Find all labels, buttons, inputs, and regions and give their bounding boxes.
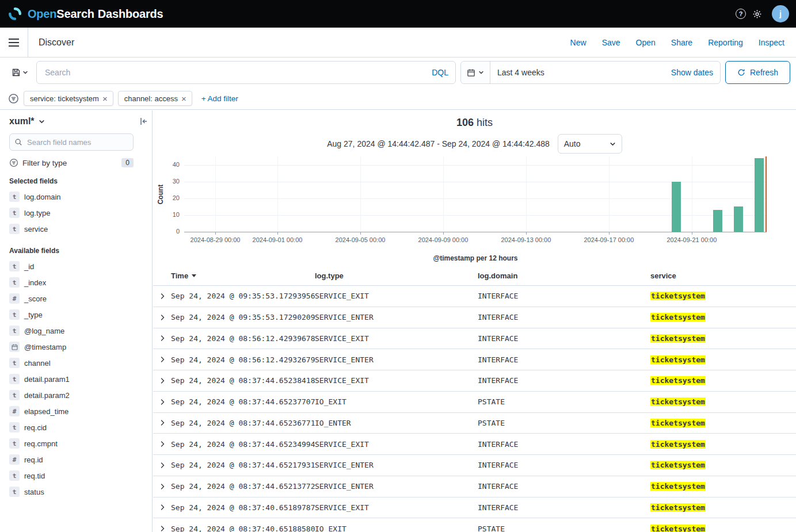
cell-service: ticketsystem bbox=[650, 482, 796, 491]
field-item-elapsed-time[interactable]: #elapsed_time bbox=[9, 403, 148, 419]
cell-time: Sep 24, 2024 @ 08:37:40.651897871 bbox=[171, 503, 315, 512]
cell-log-type: SERVICE_EXIT bbox=[315, 334, 478, 343]
expand-row-icon[interactable] bbox=[153, 419, 171, 426]
cell-time: Sep 24, 2024 @ 09:35:53.172902095 bbox=[171, 313, 315, 322]
field-item-timestamp[interactable]: @timestamp bbox=[9, 339, 148, 355]
field-type-number-icon: # bbox=[9, 406, 20, 416]
expand-row-icon[interactable] bbox=[153, 293, 171, 300]
y-axis-tick-label: 0 bbox=[159, 228, 180, 235]
field-item-req-id[interactable]: #req.id bbox=[9, 451, 148, 468]
menu-button[interactable] bbox=[0, 28, 28, 57]
y-axis-tick-label: 10 bbox=[159, 211, 180, 218]
field-item-log-name[interactable]: t@log_name bbox=[9, 323, 148, 339]
field-item-service[interactable]: tservice bbox=[9, 221, 148, 237]
saved-query-button[interactable] bbox=[8, 61, 32, 84]
field-item-req-tid[interactable]: treq.tid bbox=[9, 468, 148, 484]
fields-sidebar: xuml* Filter by type 0 bbox=[0, 110, 153, 532]
nav-action-new[interactable]: New bbox=[570, 38, 586, 47]
histogram-bar[interactable] bbox=[734, 206, 743, 232]
column-header-label: service bbox=[650, 271, 676, 280]
expand-row-icon[interactable] bbox=[153, 483, 171, 490]
filter-pill-label: channel: access bbox=[124, 94, 178, 103]
settings-icon[interactable] bbox=[752, 9, 762, 19]
field-item-log-type[interactable]: tlog.type bbox=[9, 205, 148, 221]
table-row: Sep 24, 2024 @ 08:56:12.429326790SERVICE… bbox=[153, 349, 796, 370]
search-input[interactable] bbox=[44, 67, 426, 78]
add-filter-button[interactable]: + Add filter bbox=[201, 94, 238, 103]
quick-select-button[interactable] bbox=[461, 62, 490, 83]
field-item-detail-param1[interactable]: tdetail.param1 bbox=[9, 371, 148, 387]
expand-row-icon[interactable] bbox=[153, 441, 171, 447]
field-item-channel[interactable]: tchannel bbox=[9, 355, 148, 371]
expand-row-icon[interactable] bbox=[153, 399, 171, 405]
expand-row-icon[interactable] bbox=[153, 462, 171, 469]
field-item-req-cid[interactable]: treq.cid bbox=[9, 419, 148, 435]
table-row: Sep 24, 2024 @ 09:35:53.172902095SERVICE… bbox=[153, 307, 796, 328]
filter-pill-service-ticketsystem[interactable]: service: ticketsystem× bbox=[24, 91, 113, 106]
cell-log-domain: INTERFACE bbox=[478, 376, 650, 385]
time-range-value[interactable]: Last 4 weeks bbox=[490, 68, 544, 77]
refresh-button[interactable]: Refresh bbox=[725, 61, 790, 84]
remove-filter-icon[interactable]: × bbox=[99, 94, 111, 103]
filter-options-icon[interactable] bbox=[8, 93, 19, 104]
nav-action-inspect[interactable]: Inspect bbox=[759, 38, 784, 47]
expand-row-icon[interactable] bbox=[153, 504, 171, 511]
column-header-log-type[interactable]: log.type bbox=[315, 271, 478, 280]
collapse-sidebar-icon[interactable] bbox=[139, 117, 148, 126]
query-language-button[interactable]: DQL bbox=[426, 68, 448, 77]
field-item-detail-param2[interactable]: tdetail.param2 bbox=[9, 387, 148, 403]
histogram-bar[interactable] bbox=[672, 182, 681, 232]
field-item-score[interactable]: #_score bbox=[9, 290, 148, 307]
user-avatar[interactable]: j bbox=[772, 5, 789, 22]
hamburger-icon bbox=[8, 38, 20, 47]
field-name: @log_name bbox=[24, 327, 64, 335]
field-item-id[interactable]: t_id bbox=[9, 258, 148, 274]
cell-log-type: SERVICE_EXIT bbox=[315, 292, 478, 300]
expand-row-icon[interactable] bbox=[153, 377, 171, 384]
filter-pill-channel-access[interactable]: channel: access× bbox=[118, 91, 192, 106]
field-type-number-icon: # bbox=[9, 293, 20, 304]
chevron-down-icon[interactable] bbox=[39, 118, 45, 125]
field-item-req-cmpnt[interactable]: treq.cmpnt bbox=[9, 435, 148, 451]
column-header-log-domain[interactable]: log.domain bbox=[478, 271, 650, 280]
histogram-bar[interactable] bbox=[755, 158, 764, 232]
field-name: elapsed_time bbox=[24, 407, 68, 416]
nav-action-reporting[interactable]: Reporting bbox=[708, 38, 743, 47]
cell-log-type: SERVICE_EXIT bbox=[315, 503, 478, 512]
cell-log-domain: INTERFACE bbox=[478, 440, 650, 449]
field-type-string-icon: t bbox=[9, 192, 20, 202]
field-item-log-domain[interactable]: tlog.domain bbox=[9, 189, 148, 205]
cell-log-type: SERVICE_ENTER bbox=[315, 313, 478, 322]
table-row: Sep 24, 2024 @ 09:35:53.172939560SERVICE… bbox=[153, 286, 796, 307]
opensearch-home-link[interactable]: OpenSearchDashboards bbox=[7, 6, 163, 22]
filter-by-type-button[interactable]: Filter by type 0 bbox=[9, 158, 134, 167]
available-fields-heading: Available fields bbox=[9, 247, 148, 255]
histogram-chart: Count 0102030402024-08-29 00:002024-09-0… bbox=[153, 152, 796, 266]
hits-summary: 106 hits bbox=[153, 117, 796, 129]
nav-action-open[interactable]: Open bbox=[636, 38, 656, 47]
field-item-index[interactable]: t_index bbox=[9, 274, 148, 290]
show-dates-link[interactable]: Show dates bbox=[671, 68, 720, 77]
interval-select[interactable]: Auto bbox=[558, 134, 622, 154]
index-pattern-select[interactable]: xuml* bbox=[9, 116, 35, 127]
column-header-time[interactable]: Time bbox=[171, 271, 315, 280]
histogram-bar[interactable] bbox=[713, 210, 722, 232]
help-icon[interactable]: ? bbox=[736, 9, 746, 19]
nav-action-save[interactable]: Save bbox=[602, 38, 620, 47]
opensearch-logo-icon bbox=[7, 6, 23, 22]
column-header-service[interactable]: service bbox=[650, 271, 796, 280]
field-type-string-icon: t bbox=[9, 277, 20, 288]
expand-row-icon[interactable] bbox=[153, 525, 171, 532]
expand-row-icon[interactable] bbox=[153, 335, 171, 342]
field-type-string-icon: t bbox=[9, 208, 20, 218]
remove-filter-icon[interactable]: × bbox=[178, 94, 190, 103]
cell-log-type: IO_ENTER bbox=[315, 419, 478, 427]
expand-row-icon[interactable] bbox=[153, 314, 171, 321]
y-axis-tick-label: 20 bbox=[159, 194, 180, 201]
expand-row-icon[interactable] bbox=[153, 356, 171, 363]
field-search-input[interactable] bbox=[26, 137, 130, 147]
field-name: channel bbox=[24, 359, 51, 368]
field-item-status[interactable]: tstatus bbox=[9, 484, 148, 500]
nav-action-share[interactable]: Share bbox=[671, 38, 692, 47]
field-item-type[interactable]: t_type bbox=[9, 307, 148, 323]
